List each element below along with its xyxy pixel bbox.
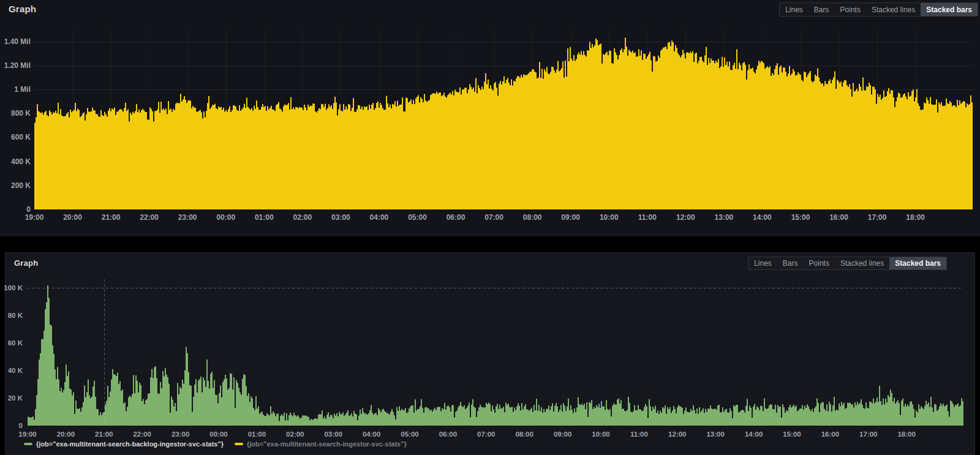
x-axis-tick-label: 17:00: [868, 213, 887, 222]
y-axis-tick-label: 60 K: [8, 339, 23, 347]
x-axis-tick-label: 14:00: [745, 431, 763, 438]
chart-plot-area[interactable]: [34, 29, 973, 209]
x-axis-tick-label: 09:00: [561, 213, 580, 222]
view-mode-button-points[interactable]: Points: [835, 3, 866, 16]
x-axis-tick-label: 22:00: [140, 213, 159, 222]
y-axis-tick-label: 20 K: [8, 394, 23, 402]
x-axis-tick-label: 16:00: [829, 213, 848, 222]
view-mode-button-lines[interactable]: Lines: [780, 3, 809, 16]
y-axis-tick-label: 200 K: [11, 181, 31, 190]
y-axis-tick-label: 1.20 Mil: [4, 61, 31, 70]
x-axis-tick-label: 19:00: [25, 213, 44, 222]
x-axis-tick-label: 15:00: [791, 213, 810, 222]
x-axis-tick-label: 18:00: [897, 431, 915, 438]
x-axis-tick-label: 10:00: [592, 431, 609, 438]
legend-series-label: {job="exa-multitenant-search-backlog-ing…: [36, 440, 224, 448]
x-axis-tick-label: 08:00: [515, 431, 533, 438]
x-axis-tick-label: 23:00: [178, 213, 197, 222]
x-axis-tick-label: 01:00: [255, 213, 274, 222]
y-axis-tick-label: 0: [19, 422, 23, 429]
chart-plot-area[interactable]: [28, 279, 963, 426]
view-mode-button-points[interactable]: Points: [804, 257, 835, 269]
y-axis-tick-label: 400 K: [11, 157, 31, 166]
view-mode-button-stacked-lines[interactable]: Stacked lines: [866, 3, 921, 16]
graph-panel-bottom: Graph LinesBarsPointsStacked linesStacke…: [5, 252, 975, 455]
view-mode-button-stacked-bars[interactable]: Stacked bars: [889, 257, 946, 269]
x-axis-tick-label: 15:00: [783, 431, 801, 438]
graph-panel-top: Graph LinesBarsPointsStacked linesStacke…: [0, 0, 980, 236]
y-axis-tick-label: 40 K: [8, 367, 23, 374]
x-axis-tick-label: 21:00: [95, 431, 113, 438]
x-axis-tick-label: 05:00: [408, 213, 427, 222]
x-axis-tick-label: 12:00: [668, 431, 686, 438]
view-mode-button-bars[interactable]: Bars: [809, 3, 835, 16]
y-axis-tick-label: 80 K: [8, 312, 23, 319]
y-axis-tick-label: 800 K: [11, 109, 31, 118]
y-axis-tick-label: 600 K: [11, 133, 31, 141]
dashboard: Graph LinesBarsPointsStacked linesStacke…: [0, 0, 980, 455]
x-axis-tick-label: 08:00: [523, 213, 542, 222]
x-axis-tick-label: 22:00: [133, 431, 151, 438]
y-axis-tick-label: 1.40 Mil: [4, 37, 31, 46]
panel-title: Graph: [9, 4, 36, 14]
x-axis-tick-label: 07:00: [484, 213, 503, 222]
legend-series-label: {job="exa-multitenant-search-ingestor-sv…: [247, 440, 407, 448]
panel-title: Graph: [14, 258, 38, 268]
legend-item[interactable]: {job="exa-multitenant-search-backlog-ing…: [24, 440, 224, 448]
chart-legend: {job="exa-multitenant-search-backlog-ing…: [24, 440, 407, 448]
y-axis-tick-label: 0: [26, 205, 31, 214]
view-mode-button-stacked-lines[interactable]: Stacked lines: [835, 257, 889, 269]
view-mode-button-bars[interactable]: Bars: [777, 257, 804, 269]
x-axis-tick-label: 21:00: [102, 213, 121, 222]
x-axis-tick-label: 18:00: [906, 213, 925, 222]
x-axis-tick-label: 20:00: [57, 431, 75, 438]
x-axis-tick-label: 03:00: [324, 431, 342, 438]
x-axis-tick-label: 02:00: [286, 431, 304, 438]
x-axis-tick-label: 04:00: [363, 431, 380, 438]
x-axis-tick-label: 19:00: [18, 431, 36, 438]
x-axis-tick-label: 11:00: [638, 213, 657, 222]
x-axis-tick-label: 13:00: [715, 213, 734, 222]
x-axis-tick-label: 01:00: [248, 431, 266, 438]
x-axis-tick-label: 07:00: [477, 431, 495, 438]
y-axis-tick-label: 100 K: [4, 284, 23, 291]
x-axis-tick-label: 16:00: [821, 431, 839, 438]
x-axis-tick-label: 05:00: [401, 431, 418, 438]
x-axis-tick-label: 02:00: [293, 213, 312, 222]
x-axis-tick-label: 23:00: [172, 431, 189, 438]
x-axis-tick-label: 14:00: [753, 213, 772, 222]
x-axis-tick-label: 13:00: [706, 431, 724, 438]
x-axis-tick-label: 12:00: [676, 213, 695, 222]
y-axis-tick-label: 1 Mil: [14, 85, 31, 94]
x-axis-tick-label: 00:00: [216, 213, 235, 222]
x-axis-tick-label: 17:00: [859, 431, 877, 438]
x-axis-tick-label: 20:00: [63, 213, 82, 222]
view-mode-switcher: LinesBarsPointsStacked linesStacked bars: [748, 257, 947, 270]
view-mode-button-stacked-bars[interactable]: Stacked bars: [921, 3, 978, 16]
x-axis-tick-label: 10:00: [600, 213, 619, 222]
x-axis-tick-label: 00:00: [209, 431, 227, 438]
x-axis-tick-label: 06:00: [447, 213, 466, 222]
legend-series-marker: [235, 443, 243, 445]
view-mode-switcher: LinesBarsPointsStacked linesStacked bars: [779, 2, 978, 17]
view-mode-button-lines[interactable]: Lines: [748, 257, 777, 269]
x-axis-tick-label: 03:00: [331, 213, 350, 222]
legend-item[interactable]: {job="exa-multitenant-search-ingestor-sv…: [235, 440, 407, 448]
x-axis-tick-label: 11:00: [630, 431, 648, 438]
x-axis-tick-label: 06:00: [439, 431, 457, 438]
x-axis-tick-label: 09:00: [554, 431, 571, 438]
x-axis-tick-label: 04:00: [370, 213, 389, 222]
legend-series-marker: [24, 443, 32, 445]
